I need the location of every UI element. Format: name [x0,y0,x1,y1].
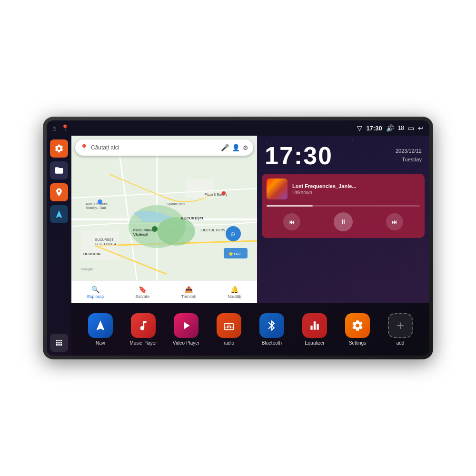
svg-text:AXIS Premium: AXIS Premium [86,202,108,206]
equalizer-icon [302,313,327,338]
settings-label: Settings [349,340,366,346]
app-bluetooth[interactable]: Bluetooth [255,313,288,346]
content-area: 📍 Căutați aici 🎤 👤 ⚙ [71,136,429,356]
apps-area: Navi Music Player Video Player [71,303,429,356]
svg-text:⭐TAR: ⭐TAR [228,251,241,256]
map-explore-button[interactable]: 🔍 Explorați [87,286,104,299]
explore-icon: 🔍 [91,286,99,293]
svg-text:BUCUREȘTI: BUCUREȘTI [95,238,115,242]
app-settings[interactable]: Settings [341,313,374,346]
clock-date: 2023/12/12 Tuesday [396,147,422,164]
news-label: Noutăți [228,294,241,299]
top-split: 📍 Căutați aici 🎤 👤 ⚙ [71,136,429,303]
sidebar-map-button[interactable] [50,183,68,201]
navi-icon [88,313,113,338]
battery-icon: ▭ [408,124,414,132]
saved-icon: 🔖 [139,286,147,293]
clock-time: 17:30 [265,143,333,168]
map-area[interactable]: 📍 Căutați aici 🎤 👤 ⚙ [71,136,257,303]
sidebar-apps-button[interactable] [50,334,68,352]
svg-point-25 [222,191,226,195]
app-video-player[interactable]: Video Player [169,313,203,346]
map-send-button[interactable]: 📤 Trimiteți [181,286,197,299]
music-progress-bar[interactable] [267,205,420,207]
pause-button[interactable]: ⏸ [334,212,353,231]
map-search-bar[interactable]: 📍 Căutați aici 🎤 👤 ⚙ [75,139,253,156]
music-progress-fill [267,205,313,207]
sidebar-folder-button[interactable] [50,161,68,179]
maps-icon[interactable]: 📍 [61,124,69,132]
bluetooth-icon [259,313,284,338]
account-icon[interactable]: 👤 [232,144,240,151]
map-svg: AXIS Premium Mobility - Sud Parcul Natur… [71,136,257,303]
car-head-unit: ⌂ 📍 ▽ 17:30 🔊 18 ▭ ↩ [43,117,433,359]
map-news-button[interactable]: 🔔 Noutăți [228,286,241,299]
equalizer-label: Equalizer [305,340,325,346]
svg-text:Văcărești: Văcărești [133,233,148,237]
navi-label: Navi [96,340,105,346]
status-time: 17:30 [366,125,382,132]
status-bar: ⌂ 📍 ▽ 17:30 🔊 18 ▭ ↩ [47,120,429,136]
svg-text:Splaiul Unirii: Splaiul Unirii [167,202,185,206]
send-label: Trimiteți [181,294,197,299]
video-label: Video Player [173,340,200,346]
app-equalizer[interactable]: Equalizer [298,313,331,346]
music-title: Lost Frequencies_Janie... [292,183,420,189]
music-card: Lost Frequencies_Janie... Unknown ⏮ ⏸ ⏭ [262,174,425,238]
info-panel: 17:30 2023/12/12 Tuesday [257,136,429,303]
album-art [267,178,288,199]
next-track-button[interactable]: ⏭ [386,213,403,230]
svg-text:Google: Google [81,267,93,271]
clock-area: 17:30 2023/12/12 Tuesday [257,136,429,172]
back-icon[interactable]: ↩ [418,124,424,132]
map-search-input[interactable]: Căutați aici [91,144,218,151]
svg-point-7 [157,217,195,246]
status-left: ⌂ 📍 [52,124,69,132]
music-artist: Unknown [292,190,420,195]
app-radio[interactable]: radio [212,313,246,346]
music-controls: ⏮ ⏸ ⏭ [267,210,420,233]
album-art-image [267,178,288,199]
svg-text:⊙: ⊙ [230,231,235,238]
explore-label: Explorați [87,294,104,299]
sidebar-settings-button[interactable] [50,139,68,158]
prev-track-button[interactable]: ⏮ [283,213,300,230]
music-icon [131,313,156,338]
svg-text:Mobility - Sud: Mobility - Sud [86,206,106,210]
status-right: ▽ 17:30 🔊 18 ▭ ↩ [357,124,424,132]
send-icon: 📤 [185,286,193,293]
music-info-top: Lost Frequencies_Janie... Unknown [267,178,420,199]
svg-text:BUCUREȘTI: BUCUREȘTI [181,216,203,220]
clock-day-value: Tuesday [396,156,422,164]
sidebar-nav-button[interactable] [50,205,68,223]
svg-point-23 [98,199,102,204]
app-music-player[interactable]: Music Player [127,313,160,346]
app-navi[interactable]: Navi [84,313,117,346]
video-icon [174,313,198,338]
radio-label: radio [224,340,234,346]
wifi-icon: ▽ [357,124,362,132]
add-icon: + [388,313,413,338]
add-label: add [397,340,405,346]
svg-text:BERCENI: BERCENI [83,252,100,256]
bluetooth-label: Bluetooth [262,340,282,346]
volume-icon: 🔊 [386,124,394,132]
app-add[interactable]: + add [384,313,417,346]
main-area: 📍 Căutați aici 🎤 👤 ⚙ [47,136,429,356]
music-metadata: Lost Frequencies_Janie... Unknown [292,183,420,195]
svg-text:JUDEȚUL ILFOV: JUDEȚUL ILFOV [200,228,226,232]
svg-point-24 [152,226,158,232]
device-screen: ⌂ 📍 ▽ 17:30 🔊 18 ▭ ↩ [47,120,429,356]
map-saved-button[interactable]: 🔖 Salvate [135,286,149,299]
settings-app-icon [345,313,370,338]
radio-icon [217,313,241,338]
settings-icon[interactable]: ⚙ [243,144,248,151]
news-icon: 🔔 [230,286,238,293]
google-maps-pin-icon: 📍 [80,144,88,151]
mic-icon[interactable]: 🎤 [221,144,229,151]
sidebar [47,136,71,356]
svg-text:SECTORUL 4: SECTORUL 4 [95,242,116,246]
home-icon[interactable]: ⌂ [52,124,56,132]
clock-date-value: 2023/12/12 [396,147,422,156]
map-bottom-bar: 🔍 Explorați 🔖 Salvate 📤 Trimiteți [71,280,257,303]
